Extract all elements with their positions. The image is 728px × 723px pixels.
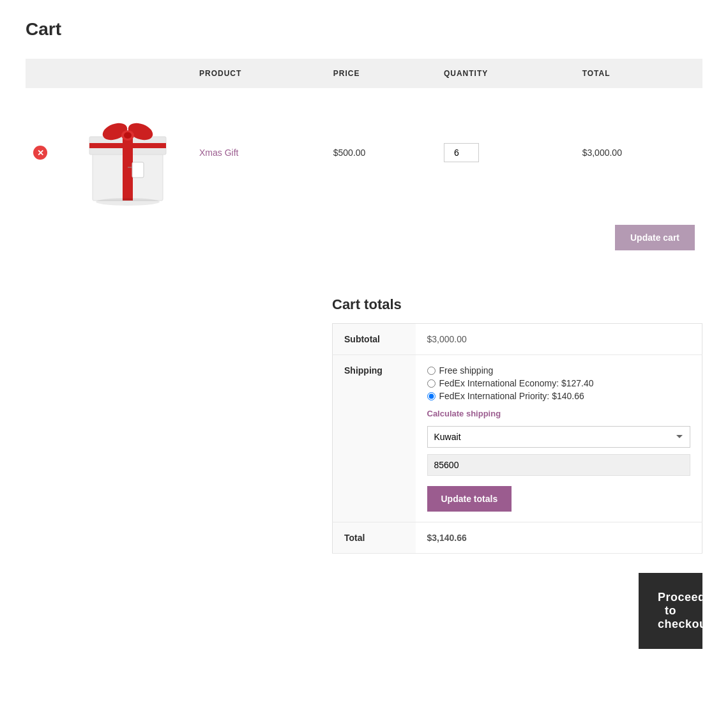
table-row: ✕ — [26, 88, 702, 217]
page-title: Cart — [26, 19, 702, 40]
checkout-section: Proceed to checkout→ — [332, 573, 702, 649]
col-remove — [26, 59, 64, 88]
cart-totals-table: Subtotal $3,000.00 Shipping Free shippin… — [332, 323, 702, 554]
cart-table-footer-row: Update cart — [26, 217, 702, 271]
svg-point-8 — [124, 132, 132, 139]
product-name-cell: Xmas Gift — [192, 88, 326, 217]
shipping-option-free: Free shipping — [427, 365, 691, 376]
postcode-input[interactable] — [427, 454, 691, 476]
shipping-radio-free[interactable] — [427, 367, 436, 375]
product-image-svg — [80, 98, 176, 207]
calculate-shipping-link[interactable]: Calculate shipping — [427, 409, 691, 418]
shipping-option-economy: FedEx International Economy: $127.40 — [427, 378, 691, 388]
update-totals-button[interactable]: Update totals — [427, 486, 512, 512]
shipping-radio-economy[interactable] — [427, 379, 436, 388]
shipping-label-priority: FedEx International Priority: $140.66 — [439, 391, 584, 401]
total-row: Total $3,140.66 — [333, 522, 702, 554]
update-cart-button[interactable]: Update cart — [615, 225, 695, 250]
proceed-checkout-label: Proceed to checkout — [658, 591, 711, 630]
cart-totals-title: Cart totals — [332, 296, 702, 313]
cart-totals-section: Cart totals Subtotal $3,000.00 Shipping … — [332, 296, 702, 554]
svg-point-11 — [96, 198, 160, 206]
price-cell: $500.00 — [326, 88, 436, 217]
arrow-icon: → — [718, 618, 728, 630]
col-product: PRODUCT — [192, 59, 326, 88]
total-cell: $3,000.00 — [575, 88, 702, 217]
subtotal-row: Subtotal $3,000.00 — [333, 324, 702, 355]
proceed-checkout-button[interactable]: Proceed to checkout→ — [639, 573, 702, 649]
subtotal-value: $3,000.00 — [416, 324, 702, 355]
shipping-label-economy: FedEx International Economy: $127.40 — [439, 378, 594, 388]
shipping-options-cell: Free shipping FedEx International Econom… — [416, 355, 702, 522]
svg-rect-4 — [89, 143, 166, 148]
svg-rect-3 — [123, 155, 133, 201]
total-label: Total — [333, 522, 416, 554]
total-value: $3,140.66 — [416, 522, 702, 554]
shipping-label-free: Free shipping — [439, 365, 494, 376]
product-link[interactable]: Xmas Gift — [199, 148, 238, 158]
svg-rect-9 — [132, 162, 144, 178]
shipping-label: Shipping — [333, 355, 416, 522]
shipping-row: Shipping Free shipping FedEx Internation… — [333, 355, 702, 522]
shipping-radio-priority[interactable] — [427, 392, 436, 400]
shipping-option-priority: FedEx International Priority: $140.66 — [427, 391, 691, 401]
product-image-cell — [64, 88, 192, 217]
col-total: TOTAL — [575, 59, 702, 88]
remove-cell: ✕ — [26, 88, 64, 217]
shipping-options-list: Free shipping FedEx International Econom… — [427, 365, 691, 401]
country-select[interactable]: Kuwait United States United Kingdom — [427, 426, 691, 448]
cart-table: PRODUCT PRICE QUANTITY TOTAL ✕ — [26, 59, 702, 271]
remove-button[interactable]: ✕ — [33, 146, 47, 160]
subtotal-label: Subtotal — [333, 324, 416, 355]
quantity-cell — [436, 88, 575, 217]
col-price: PRICE — [326, 59, 436, 88]
col-quantity: QUANTITY — [436, 59, 575, 88]
quantity-input[interactable] — [444, 143, 479, 162]
col-image — [64, 59, 192, 88]
